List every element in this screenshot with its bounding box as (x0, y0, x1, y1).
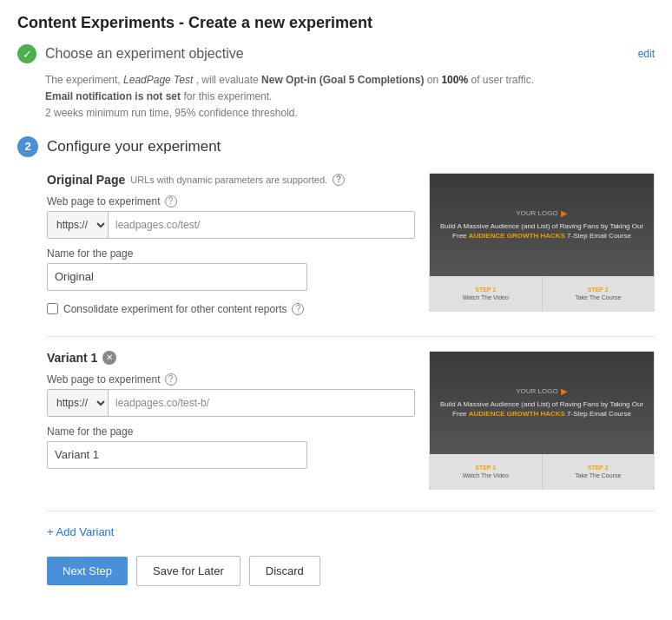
variant1-name-label: Name for the page (47, 425, 415, 438)
consolidate-question-icon[interactable]: ? (292, 303, 304, 315)
headline-part2: 7-Step Email Course (565, 232, 631, 240)
step2-title: Configure your experiment (47, 138, 221, 155)
variant1-header: Variant 1 ✕ (47, 351, 415, 365)
variant1-step1-text: Watch The Video (463, 472, 509, 478)
original-step2-label: STEP 2 (588, 287, 609, 293)
original-url-label-text: Web page to experiment (47, 195, 161, 208)
step2-header: 2 Configure your experiment (17, 136, 655, 157)
variant1-url-input[interactable] (109, 390, 414, 416)
variant1-headline-part2: 7-Step Email Course (565, 410, 631, 418)
page-title: Content Experiments - Create a new exper… (17, 14, 655, 32)
variant1-step1-label: STEP 1 (475, 465, 496, 471)
variant1-url-row: https:// http:// (47, 389, 415, 417)
variant1-url-label: Web page to experiment ? (47, 373, 415, 386)
original-preview-top: YOUR LOGO ▶ Build A Massive Audience (an… (430, 174, 654, 276)
edit-link[interactable]: edit (638, 48, 655, 60)
variant1-protocol-select[interactable]: https:// http:// (48, 390, 109, 416)
run-time: 2 weeks minimum run time, 95% confidence… (45, 107, 298, 119)
variant1-block: Variant 1 ✕ Web page to experiment ? htt… (47, 351, 655, 490)
variant1-url-question-icon[interactable]: ? (165, 373, 177, 386)
divider1 (47, 336, 655, 337)
original-preview: YOUR LOGO ▶ Build A Massive Audience (an… (429, 173, 655, 312)
original-url-label: Web page to experiment ? (47, 195, 415, 208)
variant1-step2: STEP 2 Take The Course (543, 454, 655, 489)
variant1-preview-bottom: STEP 1 Watch The Video STEP 2 Take The C… (430, 454, 654, 489)
original-preview-bottom: STEP 1 Watch The Video STEP 2 Take The C… (430, 276, 654, 311)
consolidate-row: Consolidate experiment for other content… (47, 303, 415, 315)
original-preview-logo: YOUR LOGO ▶ (516, 208, 567, 218)
variant1-url-label-text: Web page to experiment (47, 373, 161, 386)
logo-text: YOUR LOGO (516, 209, 557, 217)
step2-circle: 2 (17, 136, 38, 157)
original-question-icon[interactable]: ? (333, 174, 345, 186)
original-step1-label: STEP 1 (475, 287, 496, 293)
step1-header: ✓ Choose an experiment objective edit (17, 44, 655, 63)
desc-prefix: The experiment, (45, 74, 123, 86)
traffic-text: 100% (441, 74, 468, 86)
consolidate-checkbox[interactable] (47, 303, 58, 314)
original-url-question-icon[interactable]: ? (165, 195, 177, 208)
original-step2: STEP 2 Take The Course (543, 276, 655, 311)
headline-highlight: AUDIENCE GROWTH HACKS (469, 232, 565, 240)
email-notification: Email notification is not set (45, 90, 181, 102)
add-variant-link[interactable]: + Add Variant (47, 525, 114, 538)
variant1-logo-text: YOUR LOGO (516, 387, 557, 395)
original-sublabel: URLs with dynamic parameters are support… (130, 175, 327, 185)
experiment-name: LeadPage Test (123, 74, 193, 86)
original-page-block: Original Page URLs with dynamic paramete… (47, 173, 655, 315)
step1-check-icon: ✓ (17, 44, 36, 63)
desc-mid: , will evaluate (196, 74, 261, 86)
variant1-label: Variant 1 (47, 351, 97, 365)
step1-title: Choose an experiment objective (45, 46, 638, 62)
next-step-button[interactable]: Next Step (47, 557, 128, 585)
consolidate-label: Consolidate experiment for other content… (63, 303, 287, 315)
original-url-row: https:// http:// (47, 211, 415, 239)
objective-description: The experiment, LeadPage Test , will eva… (45, 72, 655, 122)
desc-end: of user traffic. (471, 74, 533, 86)
original-name-input[interactable] (47, 263, 307, 291)
email-suffix: for this experiment. (183, 90, 272, 102)
original-url-input[interactable] (109, 212, 414, 238)
discard-button[interactable]: Discard (249, 556, 320, 586)
original-preview-headline: Build A Massive Audience (and List) of R… (437, 221, 647, 241)
original-page-form: Original Page URLs with dynamic paramete… (47, 173, 415, 315)
goal-text: New Opt-in (Goal 5 Completions) (261, 74, 424, 86)
variant1-form: Variant 1 ✕ Web page to experiment ? htt… (47, 351, 415, 478)
original-page-label: Original Page URLs with dynamic paramete… (47, 173, 415, 187)
variant1-preview-headline: Build A Massive Audience (and List) of R… (437, 399, 647, 419)
variant1-headline-highlight: AUDIENCE GROWTH HACKS (469, 410, 565, 418)
variant1-step2-label: STEP 2 (588, 465, 609, 471)
variant1-preview: YOUR LOGO ▶ Build A Massive Audience (an… (429, 351, 655, 490)
divider2 (47, 511, 655, 511)
variant1-preview-top: YOUR LOGO ▶ Build A Massive Audience (an… (430, 352, 654, 454)
desc-on: on (427, 74, 442, 86)
variant1-step1: STEP 1 Watch The Video (430, 454, 543, 489)
save-for-later-button[interactable]: Save for Later (136, 556, 240, 586)
logo-arrow-icon: ▶ (561, 208, 568, 218)
original-preview-image: YOUR LOGO ▶ Build A Massive Audience (an… (430, 174, 654, 311)
original-step1: STEP 1 Watch The Video (430, 276, 543, 311)
footer-buttons: Next Step Save for Later Discard (47, 556, 655, 586)
variant1-name-input[interactable] (47, 441, 307, 469)
variant1-preview-logo: YOUR LOGO ▶ (516, 386, 567, 396)
original-name-label: Name for the page (47, 247, 415, 260)
variant1-preview-image: YOUR LOGO ▶ Build A Massive Audience (an… (430, 352, 654, 489)
page-container: Content Experiments - Create a new exper… (0, 0, 672, 600)
variant1-step2-text: Take The Course (575, 472, 621, 478)
original-step1-text: Watch The Video (463, 294, 509, 300)
variant1-logo-arrow-icon: ▶ (561, 386, 568, 396)
original-step2-text: Take The Course (575, 294, 621, 300)
original-label-text: Original Page (47, 173, 125, 187)
variant1-close-icon[interactable]: ✕ (102, 351, 116, 365)
original-protocol-select[interactable]: https:// http:// (48, 212, 109, 238)
configure-body: Original Page URLs with dynamic paramete… (47, 173, 655, 586)
